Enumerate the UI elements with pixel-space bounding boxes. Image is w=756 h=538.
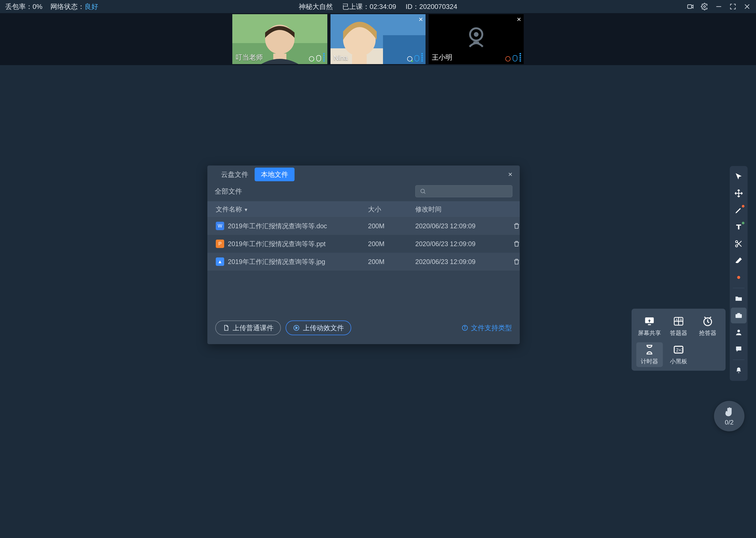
modal-close-icon[interactable]: × <box>508 170 512 179</box>
file-row[interactable]: P2019年工作汇报情况查询等等.ppt 200M 2020/06/23 12:… <box>208 235 520 253</box>
delete-file-icon[interactable] <box>513 258 520 265</box>
volume-bars-icon <box>421 53 423 62</box>
svg-line-18 <box>424 192 426 194</box>
file-row[interactable]: W2019年工作汇报情况查询等等.doc 200M 2020/06/23 12:… <box>208 217 520 235</box>
image-file-icon: ▲ <box>216 257 224 266</box>
ppt-file-icon: P <box>216 240 224 248</box>
tab-local-files[interactable]: 本地文件 <box>255 168 295 181</box>
svg-point-23 <box>735 241 737 243</box>
close-tile-icon[interactable]: × <box>419 16 423 23</box>
video-tile-teacher[interactable]: 叮当老师 <box>232 14 327 64</box>
tool-scissors[interactable] <box>731 236 746 252</box>
svg-point-15 <box>474 32 479 37</box>
camera-muted-icon <box>505 56 510 62</box>
tool-eraser[interactable] <box>731 253 746 268</box>
tool-folder[interactable] <box>731 291 746 306</box>
video-strip: 叮当老师 × Nina × 王小明 <box>0 13 756 65</box>
tool-toolbox[interactable] <box>731 308 746 323</box>
col-mtime[interactable]: 修改时间 <box>415 205 499 214</box>
close-window-icon[interactable] <box>743 3 751 10</box>
tool-blackboard[interactable]: 2+3 小黑板 <box>665 342 692 367</box>
settings-icon[interactable] <box>701 3 708 10</box>
svg-point-17 <box>421 189 424 193</box>
delete-file-icon[interactable] <box>513 240 520 247</box>
minimize-icon[interactable] <box>715 3 722 10</box>
record-icon[interactable] <box>687 3 694 10</box>
doc-file-icon: W <box>216 222 224 230</box>
upload-dynamic-button[interactable]: 上传动效文件 <box>286 320 351 335</box>
mic-icon <box>513 55 517 62</box>
raise-hand-count: 0/2 <box>725 419 733 426</box>
tool-answer[interactable]: AB 答题器 <box>665 314 692 339</box>
col-name[interactable]: 文件名称 <box>216 205 368 214</box>
tool-user[interactable] <box>731 324 746 340</box>
video-tile-name: 叮当老师 <box>235 53 263 62</box>
search-icon <box>420 188 426 194</box>
file-row[interactable]: ▲2019年工作汇报情况查询等等.jpg 200M 2020/06/23 12:… <box>208 253 520 271</box>
svg-text:B: B <box>680 318 682 321</box>
volume-bars-icon <box>519 53 521 62</box>
volume-bars-icon <box>323 53 325 62</box>
video-tile-student-2[interactable]: × 王小明 <box>429 14 524 64</box>
teaching-tools-popup: 屏幕共享 AB 答题器 抢答器 计时器 2+3 小黑板 <box>632 309 726 371</box>
top-status-bar: 丢包率：0% 网络状态：良好 神秘大自然 已上课：02:34:09 ID：202… <box>0 0 756 13</box>
document-icon <box>223 324 229 331</box>
svg-point-25 <box>737 276 740 279</box>
file-manager-modal: 云盘文件 本地文件 × 全部文件 文件名称 大小 修改时间 W2019年工作汇报… <box>208 166 520 344</box>
tool-timer[interactable]: 计时器 <box>636 342 663 367</box>
room-title: 神秘大自然 <box>299 2 333 11</box>
file-table-header: 文件名称 大小 修改时间 <box>208 201 520 217</box>
mic-icon <box>414 55 419 62</box>
video-tile-name: Nina <box>334 54 348 62</box>
svg-rect-13 <box>352 55 367 64</box>
search-input[interactable] <box>415 185 512 197</box>
svg-text:A: A <box>676 318 678 321</box>
tool-text[interactable] <box>731 219 746 235</box>
camera-off-icon <box>464 26 488 49</box>
tab-cloud-files[interactable]: 云盘文件 <box>215 168 255 181</box>
camera-on-icon <box>407 56 412 62</box>
packet-loss: 丢包率：0% <box>5 2 42 11</box>
tool-move[interactable] <box>731 186 746 201</box>
video-tile-name: 王小明 <box>432 53 452 62</box>
svg-point-28 <box>737 330 740 332</box>
svg-text:2+3: 2+3 <box>676 348 684 352</box>
delete-file-icon[interactable] <box>513 222 520 230</box>
tool-screen-share[interactable]: 屏幕共享 <box>636 314 663 339</box>
fullscreen-icon[interactable] <box>729 3 736 10</box>
right-toolbar <box>730 166 748 381</box>
camera-on-icon <box>309 56 314 62</box>
svg-rect-26 <box>735 314 742 318</box>
raise-hand-button[interactable]: 0/2 <box>714 401 744 431</box>
svg-point-24 <box>735 245 737 247</box>
svg-rect-0 <box>688 5 692 8</box>
svg-point-22 <box>465 326 465 327</box>
supported-types-link[interactable]: 文件支持类型 <box>461 323 512 333</box>
tool-buzzer[interactable]: 抢答器 <box>694 314 721 339</box>
svg-rect-30 <box>648 324 651 325</box>
network-status: 网络状态：良好 <box>50 2 98 11</box>
tool-pointer[interactable] <box>731 169 746 185</box>
svg-rect-27 <box>737 313 740 314</box>
video-tile-student-1[interactable]: × Nina <box>330 14 426 64</box>
filter-all-files[interactable]: 全部文件 <box>215 187 242 196</box>
tool-laser[interactable] <box>731 270 746 285</box>
hand-icon <box>724 406 735 418</box>
upload-normal-button[interactable]: 上传普通课件 <box>215 320 281 335</box>
mic-icon <box>316 55 321 62</box>
tool-chat[interactable] <box>731 341 746 357</box>
tool-pen[interactable] <box>731 202 746 218</box>
close-tile-icon[interactable]: × <box>517 16 521 23</box>
class-duration: 已上课：02:34:09 <box>342 2 396 11</box>
room-id: ID：2020070324 <box>405 2 457 11</box>
info-icon <box>461 324 468 331</box>
col-size[interactable]: 大小 <box>368 205 415 214</box>
tool-bell[interactable] <box>731 362 746 378</box>
play-circle-icon <box>293 324 300 331</box>
svg-point-1 <box>704 6 706 8</box>
